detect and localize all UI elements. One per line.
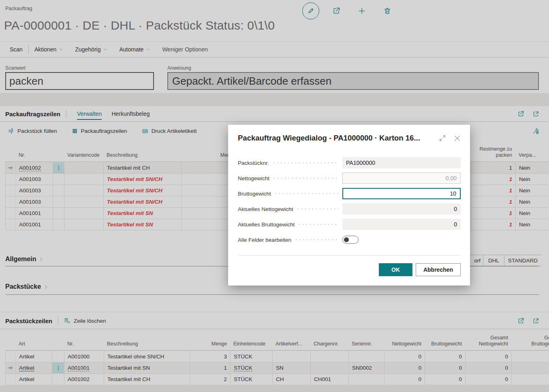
aktuelles-nettogewicht-label: Aktuelles Nettogewicht — [238, 206, 293, 212]
close-icon — [454, 135, 461, 142]
dotted-leader — [273, 177, 338, 179]
nettogewicht-label: Nettogewicht — [238, 175, 269, 181]
aktuelles-bruttogewicht-field: 0 — [342, 219, 461, 230]
dotted-leader — [295, 239, 338, 241]
cancel-button[interactable]: Abbrechen — [416, 263, 461, 276]
bruttogewicht-label: Bruttogewicht — [238, 191, 271, 197]
aktuelles-bruttogewicht-label: Aktuelles Bruttogewicht — [238, 222, 295, 228]
aktuelles-nettogewicht-field: 0 — [342, 203, 461, 215]
dialog-divider — [238, 255, 461, 256]
alle-felder-toggle[interactable] — [342, 236, 359, 244]
dotted-leader — [297, 208, 338, 210]
ok-button[interactable]: OK — [379, 263, 412, 276]
alle-felder-bearbeiten-label: Alle Felder bearbeiten — [238, 237, 291, 243]
expand-dialog-button[interactable] — [439, 135, 446, 142]
expand-icon — [439, 135, 446, 141]
dotted-leader — [273, 162, 338, 164]
packstuecknr-field: PA1000000 — [342, 157, 461, 168]
packstuecknr-label: Packstücknr. — [238, 160, 269, 166]
dotted-leader — [299, 224, 338, 225]
bruttogewicht-input[interactable] — [342, 188, 461, 199]
wiege-dialog: Packauftrag Wiegedialog - PA1000000 · Ka… — [228, 125, 470, 285]
nettogewicht-field — [342, 173, 461, 184]
dotted-leader — [275, 193, 338, 194]
dialog-title: Packauftrag Wiegedialog - PA1000000 · Ka… — [238, 134, 439, 143]
close-dialog-button[interactable] — [454, 135, 461, 142]
toggle-knob — [344, 237, 349, 242]
